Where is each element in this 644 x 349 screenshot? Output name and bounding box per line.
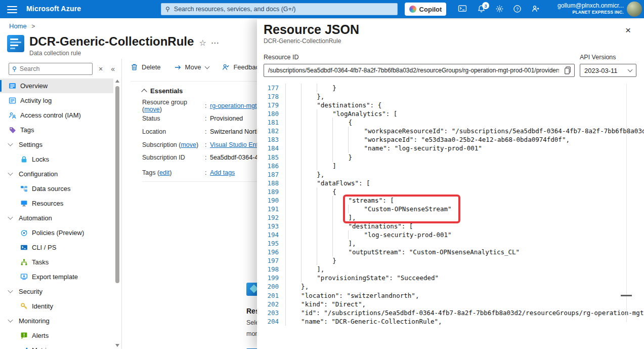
code-scroll-marker[interactable] <box>621 295 632 296</box>
global-search[interactable]: ⚲ <box>161 3 398 15</box>
line-number: 195 <box>263 239 279 248</box>
page-title: DCR-Generic-CollectionRule <box>29 35 194 48</box>
data-sources-icon <box>20 185 28 192</box>
sidebar-item-monitoring[interactable]: Monitoring <box>0 314 113 328</box>
sidebar-item-access-control-iam[interactable]: Access control (IAM) <box>0 108 113 123</box>
sidebar-item-policies-preview[interactable]: Policies (Preview) <box>0 225 113 240</box>
sidebar-item-label: Settings <box>19 141 42 148</box>
favorite-star-icon[interactable]: ☆ <box>199 38 206 48</box>
sidebar-item-label: Automation <box>19 214 52 222</box>
sidebar-search-input[interactable] <box>20 65 89 72</box>
feedback-person-icon[interactable] <box>531 5 540 14</box>
sidebar-item-cli-ps[interactable]: CLI / PS <box>0 240 113 255</box>
line-number: 177 <box>263 84 279 92</box>
sidebar-item-identity[interactable]: Identity <box>0 299 113 314</box>
api-versions-label: API Versions <box>580 54 636 61</box>
code-line: 201 "location": "switzerlandnorth", <box>263 291 644 300</box>
move-link[interactable]: move <box>181 141 196 148</box>
sidebar-item-settings[interactable]: Settings <box>0 137 113 152</box>
line-number: 201 <box>263 291 279 300</box>
code-line: 198 ], <box>263 265 644 274</box>
alerts-icon <box>20 332 28 339</box>
copilot-icon <box>409 6 416 13</box>
more-options-icon[interactable]: ··· <box>211 39 220 47</box>
cloud-shell-icon[interactable] <box>458 5 467 14</box>
brand-title: Microsoft Azure <box>26 5 81 13</box>
sidebar-item-alerts[interactable]: Alerts <box>0 328 113 343</box>
chevron-down-icon <box>8 170 13 175</box>
essentials-divider <box>142 181 264 182</box>
feedback-button[interactable]: Feedback <box>222 63 262 71</box>
user-email: gollum@plnxch.onmicr... <box>557 2 624 10</box>
line-number: 182 <box>263 127 279 135</box>
code-line: 177 } <box>263 84 644 92</box>
breadcrumb-home-link[interactable]: Home <box>9 22 27 30</box>
global-search-input[interactable] <box>174 6 393 13</box>
scroll-down-arrow[interactable] <box>115 344 119 347</box>
code-line: 179 "destinations": { <box>263 101 644 109</box>
move-link[interactable]: move <box>144 106 160 113</box>
notifications-bell-icon[interactable]: 3 <box>477 5 486 14</box>
tasks-icon <box>20 258 28 266</box>
code-text: }, <box>279 282 309 291</box>
copy-icon[interactable] <box>564 66 571 76</box>
sidebar-item-tags[interactable]: Tags <box>0 123 113 137</box>
sidebar-item-label: Metrics <box>32 346 53 349</box>
code-text: "streams": [ <box>279 196 394 205</box>
avatar[interactable] <box>627 2 642 17</box>
sidebar-search[interactable]: ⚲ <box>9 63 93 75</box>
line-number: 197 <box>263 256 279 265</box>
scrollbar-thumb[interactable] <box>115 86 119 283</box>
code-line: 194 "log-security-prod-001" <box>263 230 644 239</box>
essentials-value-link[interactable]: Visual Studio Ente <box>210 141 262 148</box>
scroll-up-arrow[interactable] <box>115 80 119 83</box>
essentials-label: Subscription (move) <box>142 141 205 148</box>
colon: : <box>205 102 210 109</box>
sidebar-item-tasks[interactable]: Tasks <box>0 255 113 269</box>
sidebar-nav: OverviewActivity logAccess control (IAM)… <box>0 79 113 349</box>
resource-id-input[interactable] <box>264 64 575 77</box>
sidebar-item-overview[interactable]: Overview <box>0 79 113 93</box>
sidebar-item-resources[interactable]: Resources <box>0 196 113 211</box>
sidebar-item-export-template[interactable]: Export template <box>0 269 113 284</box>
sidebar-item-configuration[interactable]: Configuration <box>0 167 113 181</box>
sidebar-item-label: Tasks <box>32 258 49 266</box>
essentials-label: Location <box>142 128 205 135</box>
line-number: 196 <box>263 248 279 256</box>
essentials-value-link[interactable]: Add tags <box>210 169 235 176</box>
edit-link[interactable]: edit <box>159 169 169 176</box>
menu-icon[interactable] <box>5 4 19 14</box>
metrics-icon <box>20 346 28 349</box>
svg-text:?: ? <box>516 7 519 12</box>
sidebar-item-data-sources[interactable]: Data sources <box>0 181 113 196</box>
sidebar-item-security[interactable]: Security <box>0 284 113 299</box>
essentials-header[interactable]: Essentials <box>142 87 183 95</box>
sidebar-item-automation[interactable]: Automation <box>0 211 113 225</box>
code-text: "Custom-OPNsenseStream" <box>279 205 452 213</box>
resource-id-label: Resource ID <box>264 54 575 61</box>
code-text: ] <box>279 162 336 170</box>
line-number: 178 <box>263 92 279 101</box>
code-line: 181 { <box>263 118 644 127</box>
essentials-value-link[interactable]: rg-operation-mgt <box>210 102 256 109</box>
copilot-button[interactable]: Copilot <box>405 3 446 16</box>
sidebar-item-locks[interactable]: Locks <box>0 152 113 167</box>
close-icon[interactable]: × <box>625 25 631 35</box>
sidebar-item-activity-log[interactable]: Activity log <box>0 93 113 108</box>
collapse-sidebar-icon[interactable]: « <box>111 65 115 73</box>
code-line: 196 "outputStream": "Custom-OPNsenseAnal… <box>263 248 644 256</box>
settings-gear-icon[interactable] <box>495 5 504 14</box>
move-button[interactable]: Move <box>174 63 209 71</box>
code-text: "destinations": { <box>279 101 381 109</box>
code-line: 183 "workspaceId": "e53d3aa0-25b2-4e12-a… <box>263 135 644 144</box>
api-version-select[interactable]: 2023-03-11 <box>580 64 636 77</box>
dcr-resource-icon <box>7 35 24 52</box>
sidebar-item-label: Tags <box>20 126 34 134</box>
account-menu[interactable]: gollum@plnxch.onmicr... PLANET EXPRESS I… <box>557 2 624 15</box>
sidebar-item-metrics[interactable]: Metrics <box>0 343 113 349</box>
help-icon[interactable]: ? <box>513 5 522 14</box>
clear-search-icon[interactable]: × <box>99 65 103 73</box>
panel-subtitle: DCR-Generic-CollectionRule <box>264 37 341 45</box>
delete-button[interactable]: Delete <box>131 63 161 71</box>
code-text: "destinations": [ <box>279 222 413 230</box>
